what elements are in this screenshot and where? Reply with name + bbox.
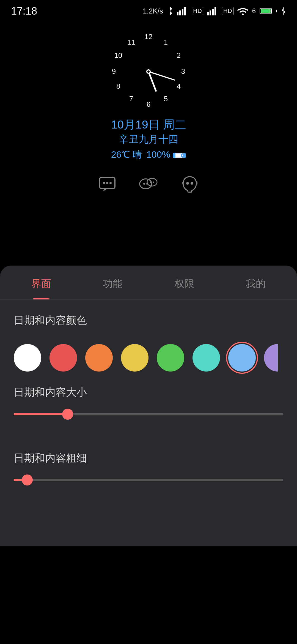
tab-bar: 界面 功能 权限 我的 [0,266,297,300]
color-swatches [0,344,297,372]
battery-fill [261,9,271,13]
svg-text:12: 12 [145,32,153,41]
signal-icon-1 [177,7,188,15]
clock-face: 12 1 2 3 4 5 6 7 8 9 10 11 [107,30,190,113]
status-time: 17:18 [11,5,37,17]
svg-text:7: 7 [129,95,133,103]
swatch-blue[interactable] [228,344,256,372]
status-right-icons: 1.2K/s HD HD 6 [143,6,286,16]
svg-point-34 [143,183,145,185]
weight-slider-track[interactable] [14,479,283,481]
svg-text:11: 11 [127,38,135,46]
date-main: 10月19日 周二 [111,117,186,132]
svg-text:10: 10 [114,51,122,59]
size-slider-thumb[interactable] [62,409,73,420]
svg-point-35 [146,183,148,185]
svg-point-39 [191,182,193,185]
weather-info: 26℃ 晴 100% [111,148,186,161]
svg-text:1: 1 [164,38,168,46]
message-icon [98,175,117,194]
svg-point-30 [106,182,108,184]
svg-point-36 [150,181,152,183]
battery-inline-icon [173,153,186,158]
swatch-yellow[interactable] [121,344,148,372]
black-spacer [0,205,297,266]
swatch-red[interactable] [50,344,77,372]
svg-rect-2 [182,9,183,15]
clock-section: 12 1 2 3 4 5 6 7 8 9 10 11 10月19日 周二 辛丑九… [0,22,297,205]
svg-rect-0 [177,12,178,15]
hd-badge-2: HD [222,7,233,15]
swatch-white[interactable] [14,344,41,372]
weight-slider-title: 日期和内容粗细 [14,451,283,465]
svg-rect-3 [184,7,186,15]
network-speed: 1.2K/s [143,7,163,15]
svg-point-32 [140,179,152,189]
svg-point-31 [109,182,112,184]
svg-text:2: 2 [177,51,181,59]
tab-mine[interactable]: 我的 [220,266,292,299]
svg-point-37 [153,181,154,183]
weather-text: 26℃ 晴 [111,148,142,161]
notification-icons [98,175,199,194]
analog-clock: 12 1 2 3 4 5 6 7 8 9 10 11 [107,30,190,113]
bluetooth-icon [167,6,173,16]
signal-icon-2 [207,7,218,15]
svg-rect-6 [212,9,214,15]
battery-percent-weather: 100% [146,149,186,160]
svg-text:3: 3 [181,67,185,75]
wifi-strength: 6 [252,7,256,15]
svg-point-38 [186,182,189,185]
size-slider-fill [14,413,68,415]
size-slider-title: 日期和内容大小 [14,385,283,399]
size-slider-track[interactable] [14,413,283,415]
svg-point-24 [147,70,150,73]
tab-interface[interactable]: 界面 [6,266,77,299]
color-section-title: 日期和内容颜色 [14,313,283,328]
color-section: 日期和内容颜色 [0,300,297,344]
svg-rect-27 [182,155,183,156]
battery-tip [276,10,277,12]
status-bar: 17:18 1.2K/s HD HD 6 [0,0,297,22]
svg-rect-4 [207,12,209,15]
svg-rect-1 [179,10,181,15]
qq-icon [180,175,199,194]
weight-slider-section: 日期和内容粗细 [0,437,297,503]
swatch-cyan[interactable] [193,344,220,372]
wifi-icon [237,7,248,15]
svg-text:8: 8 [116,82,120,90]
svg-point-29 [103,182,105,184]
hd-badge-1: HD [192,7,203,15]
svg-rect-7 [215,7,216,15]
svg-marker-8 [282,7,285,15]
weight-slider-thumb[interactable] [22,474,33,485]
svg-text:9: 9 [112,67,116,75]
svg-text:5: 5 [164,95,168,103]
charging-icon [281,6,286,16]
tab-permissions[interactable]: 权限 [148,266,220,299]
date-info: 10月19日 周二 辛丑九月十四 26℃ 晴 100% [111,117,186,161]
tab-function[interactable]: 功能 [77,266,148,299]
swatch-green[interactable] [157,344,184,372]
date-lunar: 辛丑九月十四 [111,132,186,146]
svg-text:6: 6 [147,100,150,108]
svg-line-21 [148,72,156,91]
battery-icon [260,8,272,14]
svg-rect-5 [210,10,211,15]
battery-small-icon [175,153,183,158]
swatch-purple-half[interactable] [264,344,292,372]
svg-line-22 [148,72,175,80]
swatch-orange[interactable] [85,344,113,372]
svg-rect-26 [176,154,181,157]
svg-text:4: 4 [177,82,181,90]
bottom-panel: 界面 功能 权限 我的 日期和内容颜色 日期和内容大小 日期和内容粗 [0,266,297,546]
size-slider-section: 日期和内容大小 [0,372,297,437]
wechat-icon [139,175,158,194]
